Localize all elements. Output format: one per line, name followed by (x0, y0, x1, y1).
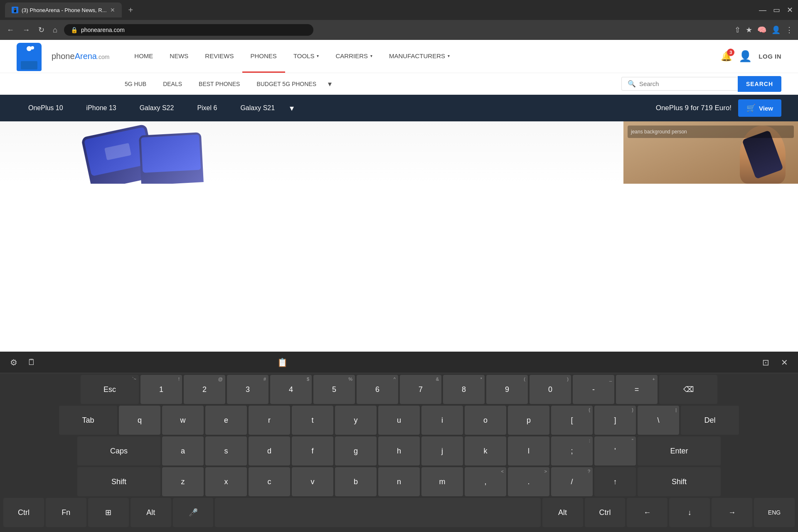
kb-key-backslash[interactable]: |\ (638, 406, 679, 435)
kb-key-8[interactable]: *8 (443, 375, 485, 404)
kb-key-v[interactable]: v (292, 467, 333, 496)
sec-nav-budget-5g[interactable]: BUDGET 5G PHONES (248, 73, 325, 94)
kb-key-w[interactable]: w (162, 406, 204, 435)
kb-key-down-arrow[interactable]: ↓ (669, 498, 710, 527)
kb-key-win[interactable]: ⊞ (88, 498, 129, 527)
kb-key-tab[interactable]: Tab (59, 406, 117, 435)
address-bar-input[interactable]: 🔒 phonearena.com (64, 24, 313, 36)
kb-key-k[interactable]: k (465, 436, 506, 466)
nav-news[interactable]: NEWS (161, 40, 197, 73)
kb-key-f[interactable]: f (292, 436, 333, 466)
search-input[interactable] (639, 80, 722, 87)
kb-key-6[interactable]: ^6 (357, 375, 398, 404)
kb-resize-icon[interactable]: ⊡ (761, 356, 771, 369)
device-pixel6[interactable]: Pixel 6 (185, 95, 229, 121)
device-iphone13[interactable]: iPhone 13 (75, 95, 128, 121)
kb-key-m[interactable]: m (421, 467, 463, 496)
kb-key-y[interactable]: y (335, 406, 377, 435)
kb-key-shift-left[interactable]: Shift (77, 467, 160, 496)
kb-key-shift-right[interactable]: Shift (638, 467, 721, 496)
back-btn[interactable]: ← (5, 24, 16, 36)
kb-key-0[interactable]: )0 (530, 375, 571, 404)
device-galaxys22[interactable]: Galaxy S22 (128, 95, 186, 121)
extensions-icon[interactable]: 🧠 (757, 25, 766, 34)
kb-key-z[interactable]: z (162, 467, 204, 496)
kb-key-enter[interactable]: Enter (638, 436, 721, 466)
kb-key-u[interactable]: u (378, 406, 420, 435)
kb-key-j[interactable]: j (421, 436, 463, 466)
kb-key-space[interactable] (215, 498, 540, 527)
promo-view-btn[interactable]: 🛒 View (738, 99, 781, 117)
nav-tools[interactable]: TOOLS ▾ (285, 40, 328, 73)
nav-carriers[interactable]: CARRIERS ▾ (327, 40, 381, 73)
kb-key-l[interactable]: l (508, 436, 549, 466)
browser-tab[interactable]: 📱 (3) PhoneArena - Phone News, R... ✕ (5, 2, 122, 17)
kb-key-a[interactable]: a (162, 436, 204, 466)
kb-key-fn[interactable]: Fn (46, 498, 86, 527)
refresh-btn[interactable]: ↻ (37, 24, 46, 36)
device-more-btn[interactable]: ▾ (286, 103, 297, 113)
notification-btn[interactable]: 🔔 3 (721, 51, 732, 62)
kb-key-esc[interactable]: `~ Esc (81, 375, 139, 404)
kb-key-d[interactable]: d (249, 436, 290, 466)
log-in-btn[interactable]: LOG IN (759, 53, 781, 60)
kb-key-ctrl-left[interactable]: Ctrl (3, 498, 44, 527)
kb-key-right-arrow[interactable]: → (712, 498, 752, 527)
minimize-btn[interactable]: — (759, 6, 766, 15)
kb-key-backspace[interactable]: ⌫ (659, 375, 717, 404)
nav-home[interactable]: HOME (126, 40, 161, 73)
kb-key-4[interactable]: $4 (270, 375, 312, 404)
kb-key-g[interactable]: g (335, 436, 377, 466)
sec-nav-best-phones[interactable]: BEST PHONES (190, 73, 248, 94)
kb-key-5[interactable]: %5 (313, 375, 355, 404)
home-btn[interactable]: ⌂ (51, 24, 59, 36)
kb-key-alt-left[interactable]: Alt (131, 498, 171, 527)
kb-key-p[interactable]: p (508, 406, 549, 435)
kb-key-r[interactable]: r (249, 406, 290, 435)
kb-settings-icon[interactable]: ⚙ (8, 356, 19, 369)
nav-manufacturers[interactable]: MANUFACTURERS ▾ (381, 40, 458, 73)
kb-key-up-arrow[interactable]: ↑ (594, 467, 636, 496)
kb-key-alt-right[interactable]: Alt (542, 498, 583, 527)
close-btn[interactable]: ✕ (787, 5, 793, 15)
sec-nav-5g-hub[interactable]: 5G HUB (116, 73, 155, 94)
new-tab-btn[interactable]: + (125, 4, 137, 17)
share-icon[interactable]: ⇧ (734, 25, 741, 34)
nav-reviews[interactable]: REVIEWS (197, 40, 242, 73)
kb-key-3[interactable]: #3 (227, 375, 268, 404)
kb-key-ctrl-right[interactable]: Ctrl (585, 498, 626, 527)
search-btn[interactable]: SEARCH (738, 76, 781, 92)
tab-close-btn[interactable]: ✕ (110, 7, 115, 13)
kb-key-caps[interactable]: Caps (77, 436, 160, 466)
kb-key-comma[interactable]: <, (465, 467, 506, 496)
kb-key-1[interactable]: !1 (140, 375, 182, 404)
kb-key-rbracket[interactable]: }] (594, 406, 636, 435)
kb-key-equals[interactable]: += (616, 375, 658, 404)
kb-key-slash[interactable]: ?/ (551, 467, 593, 496)
nav-phones[interactable]: PHONES (242, 40, 285, 73)
sec-nav-more-btn[interactable]: ▾ (325, 73, 335, 94)
profile-icon[interactable]: 👤 (771, 25, 781, 34)
kb-key-c[interactable]: c (249, 467, 290, 496)
user-icon[interactable]: 👤 (739, 50, 752, 63)
kb-key-del[interactable]: Del (681, 406, 739, 435)
kb-clipboard-icon[interactable]: 🗒 (26, 356, 37, 369)
kb-key-h[interactable]: h (378, 436, 420, 466)
kb-key-n[interactable]: n (378, 467, 420, 496)
kb-center-icon[interactable]: 📋 (277, 357, 288, 367)
kb-key-9[interactable]: (9 (486, 375, 528, 404)
kb-key-period[interactable]: >. (508, 467, 549, 496)
kb-key-semicolon[interactable]: :; (551, 436, 593, 466)
forward-btn[interactable]: → (21, 24, 32, 36)
device-galaxys21[interactable]: Galaxy S21 (229, 95, 286, 121)
kb-key-left-arrow[interactable]: ← (627, 498, 667, 527)
sec-nav-deals[interactable]: DEALS (155, 73, 190, 94)
maximize-btn[interactable]: ▭ (773, 5, 780, 15)
kb-key-lbracket[interactable]: {[ (551, 406, 593, 435)
device-oneplus10[interactable]: OnePlus 10 (17, 95, 75, 121)
kb-key-q[interactable]: q (119, 406, 160, 435)
kb-close-icon[interactable]: ✕ (779, 356, 790, 369)
kb-key-s[interactable]: s (205, 436, 247, 466)
kb-key-o[interactable]: o (465, 406, 506, 435)
kb-key-i[interactable]: i (421, 406, 463, 435)
